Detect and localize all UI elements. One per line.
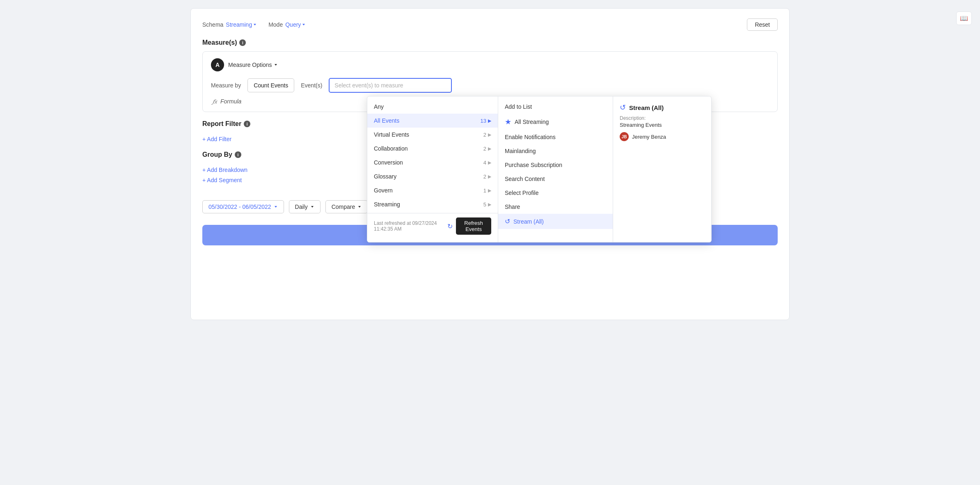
dropdown-item-collaboration[interactable]: Collaboration 2 ▶	[367, 142, 498, 156]
refresh-events-button[interactable]: Refresh Events	[456, 217, 491, 235]
stream-detail-icon: ↺	[620, 103, 626, 112]
col2-item-stream-all[interactable]: ↺ Stream (All)	[498, 214, 613, 229]
measures-info-icon: i	[239, 39, 246, 46]
mode-selector: Mode Query	[268, 21, 306, 28]
schema-label: Schema	[202, 21, 223, 28]
measures-title: Measure(s) i	[202, 39, 778, 46]
mode-value[interactable]: Query	[285, 21, 306, 28]
dropdown-item-govern[interactable]: Govern 1 ▶	[367, 183, 498, 197]
measure-header: A Measure Options	[211, 58, 769, 71]
report-filter-info-icon: i	[244, 121, 250, 127]
add-filter-link[interactable]: + Add Filter	[202, 136, 231, 142]
dropdown-item-conversion[interactable]: Conversion 4 ▶	[367, 156, 498, 169]
description-label: Description:	[620, 115, 705, 121]
col2-item-share[interactable]: Share	[498, 200, 613, 214]
last-refreshed-text: Last refreshed at 09/27/2024 11:42:35 AM	[374, 220, 447, 232]
main-container: Schema Streaming Mode Query Reset Measur…	[190, 8, 790, 320]
schema-value[interactable]: Streaming	[226, 21, 257, 28]
col2-item-search-content[interactable]: Search Content	[498, 172, 613, 186]
dropdown-footer: Last refreshed at 09/27/2024 11:42:35 AM…	[367, 213, 498, 239]
measure-by-label: Measure by	[211, 82, 241, 89]
user-name: Jeremy Benza	[632, 134, 666, 140]
stream-detail-header: ↺ Stream (All)	[620, 103, 705, 112]
dropdown-item-any[interactable]: Any	[367, 100, 498, 114]
description-value: Streaming Events	[620, 122, 705, 128]
add-breakdown-link[interactable]: + Add Breakdown	[202, 167, 247, 173]
col2-item-select-profile[interactable]: Select Profile	[498, 186, 613, 200]
schema-selector: Schema Streaming	[202, 21, 257, 28]
col2-item-enable-notifications[interactable]: Enable Notifications	[498, 130, 613, 144]
mode-label: Mode	[268, 21, 283, 28]
dropdown-item-all-events[interactable]: All Events 13 ▶	[367, 114, 498, 128]
granularity-button[interactable]: Daily	[289, 200, 321, 213]
date-range-button[interactable]: 05/30/2022 - 06/05/2022	[202, 200, 284, 213]
events-input[interactable]	[329, 78, 452, 93]
measure-avatar: A	[211, 58, 224, 71]
events-dropdown: Any All Events 13 ▶ Virtual Events 2 ▶ C…	[367, 96, 712, 243]
measure-options-button[interactable]: Measure Options	[228, 62, 278, 68]
user-avatar: JB	[620, 132, 629, 141]
col2-item-all-streaming[interactable]: ★ All Streaming	[498, 114, 613, 130]
reset-button[interactable]: Reset	[747, 18, 778, 31]
formula-fx-icon: 𝑓𝑥	[213, 98, 217, 105]
events-label: Event(s)	[301, 82, 322, 89]
stream-all-icon: ↺	[505, 217, 510, 225]
measure-row: Measure by Count Events Event(s) Any All…	[211, 78, 769, 93]
dropdown-item-virtual-events[interactable]: Virtual Events 2 ▶	[367, 128, 498, 142]
col2-item-purchase-subscription[interactable]: Purchase Subscription	[498, 158, 613, 172]
formula-label: Formula	[220, 98, 241, 105]
dropdown-item-streaming[interactable]: Streaming 5 ▶	[367, 197, 498, 211]
compare-button[interactable]: Compare	[325, 200, 368, 213]
measure-card: A Measure Options Measure by Count Event…	[202, 51, 778, 112]
dropdown-detail-panel: ↺ Stream (All) Description: Streaming Ev…	[613, 96, 712, 243]
stream-detail-title: Stream (All)	[629, 104, 664, 111]
count-events-button[interactable]: Count Events	[247, 78, 294, 92]
group-by-info-icon: i	[235, 151, 241, 158]
dropdown-events-list: Add to List ★ All Streaming Enable Notif…	[498, 96, 613, 243]
user-info: JB Jeremy Benza	[620, 132, 705, 141]
all-streaming-icon: ★	[505, 117, 511, 126]
side-book-icon[interactable]: 📖	[956, 11, 972, 25]
add-segment-link[interactable]: + Add Segment	[202, 177, 242, 183]
top-bar-left: Schema Streaming Mode Query	[202, 21, 306, 28]
top-bar: Schema Streaming Mode Query Reset	[202, 18, 778, 31]
refresh-icon-button[interactable]: ↻	[447, 222, 453, 230]
col2-item-mainlanding[interactable]: Mainlanding	[498, 144, 613, 158]
dropdown-categories: Any All Events 13 ▶ Virtual Events 2 ▶ C…	[367, 96, 498, 243]
dropdown-item-glossary[interactable]: Glossary 2 ▶	[367, 169, 498, 183]
col2-item-add-to-list[interactable]: Add to List	[498, 100, 613, 114]
